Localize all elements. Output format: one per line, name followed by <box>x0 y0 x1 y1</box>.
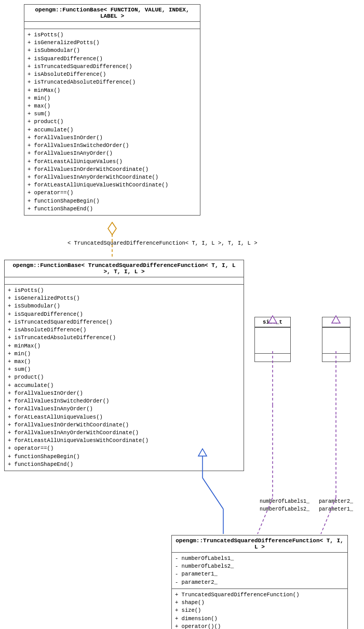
t-label: T <box>322 317 350 327</box>
attr-item: - parameter2_ <box>175 579 344 586</box>
method-item: + max() <box>28 102 197 110</box>
inheritance-label-1: < TruncatedSquaredDifferenceFunction< T,… <box>68 240 257 246</box>
function-base-tsdf-empty <box>5 277 244 285</box>
method-item: + size() <box>175 607 344 614</box>
method-item: + functionShapeEnd() <box>28 205 197 213</box>
method-item: + isAbsoluteDifference() <box>28 71 197 78</box>
label-parameter2: parameter2_ <box>319 498 353 505</box>
method-item: + sum() <box>28 110 197 118</box>
method-item: + forAtLeastAllUniqueValuesWithCoordinat… <box>28 181 197 189</box>
label-numberOfLabels1: numberOfLabels1_ <box>260 498 309 505</box>
method-item: + operator()() <box>175 623 344 629</box>
method-item: + isTruncatedSquaredDifference() <box>8 318 240 326</box>
method-item: + forAtLeastAllUniqueValues() <box>28 158 197 166</box>
method-item: + functionShapeEnd() <box>8 461 240 469</box>
size-t-label: size_t <box>255 317 290 327</box>
method-item: + forAtLeastAllUniqueValues() <box>8 413 240 421</box>
tsdf-attrs: - numberOfLabels1_ - numberOfLabels2_ - … <box>172 553 347 589</box>
attr-item: - parameter1_ <box>175 570 344 578</box>
method-item: + isTruncatedAbsoluteDifference() <box>8 334 240 342</box>
method-item: + min() <box>28 95 197 102</box>
method-item: + forAllValuesInOrderWithCoordinate() <box>8 421 240 429</box>
number-of-labels-label: numberOfLabels1_ numberOfLabels2_ <box>260 498 309 513</box>
tsdf-title: opengm::TruncatedSquaredDifferenceFuncti… <box>172 536 347 553</box>
method-item: + functionShapeBegin() <box>28 197 197 205</box>
size-t-box: size_t <box>254 317 291 362</box>
function-base-methods: + isPotts() + isGeneralizedPotts() + isS… <box>24 29 200 215</box>
method-item: + accumulate() <box>8 382 240 390</box>
method-item: + forAllValuesInOrder() <box>28 134 197 142</box>
method-item: + forAllValuesInOrder() <box>8 390 240 397</box>
method-item: + dimension() <box>175 615 344 623</box>
svg-marker-2 <box>108 222 116 235</box>
method-item: + forAllValuesInSwitchedOrder() <box>8 397 240 405</box>
method-item: + operator==() <box>28 189 197 197</box>
method-item: + forAllValuesInSwitchedOrder() <box>28 142 197 150</box>
method-item: + product() <box>8 373 240 381</box>
function-base-tsdf-title: opengm::FunctionBase< TruncatedSquaredDi… <box>5 260 244 277</box>
method-item: + min() <box>8 350 240 358</box>
method-item: + forAtLeastAllUniqueValuesWithCoordinat… <box>8 437 240 445</box>
method-item: + isTruncatedSquaredDifference() <box>28 63 197 71</box>
method-item: + isSubmodular() <box>8 302 240 310</box>
method-item: + shape() <box>175 599 344 607</box>
diagram-container: opengm::FunctionBase< FUNCTION, VALUE, I… <box>0 0 364 629</box>
tsdf-box: opengm::TruncatedSquaredDifferenceFuncti… <box>171 535 348 629</box>
method-item: + forAllValuesInAnyOrder() <box>8 405 240 413</box>
size-t-body <box>255 327 290 353</box>
label-numberOfLabels2: numberOfLabels2_ <box>260 505 309 513</box>
function-base-tsdf-box: opengm::FunctionBase< TruncatedSquaredDi… <box>4 260 244 471</box>
tsdf-methods: + TruncatedSquaredDifferenceFunction() +… <box>172 589 347 629</box>
parameter-label: parameter2_ parameter1_ <box>319 498 353 513</box>
function-base-tsdf-methods: + isPotts() + isGeneralizedPotts() + isS… <box>5 285 244 471</box>
function-base-title: opengm::FunctionBase< FUNCTION, VALUE, I… <box>24 5 200 22</box>
method-item: + product() <box>28 118 197 126</box>
method-item: + isPotts() <box>8 287 240 295</box>
method-item: + isGeneralizedPotts() <box>28 39 197 47</box>
t-body <box>322 327 350 353</box>
t-box: T <box>322 317 350 362</box>
method-item: + functionShapeBegin() <box>8 453 240 461</box>
method-item: + accumulate() <box>28 126 197 134</box>
method-item: + isSubmodular() <box>28 47 197 55</box>
method-item: + isSquaredDifference() <box>28 55 197 63</box>
method-item: + isAbsoluteDifference() <box>8 326 240 334</box>
method-item: + minMax() <box>8 342 240 350</box>
method-item: + TruncatedSquaredDifferenceFunction() <box>175 591 344 599</box>
attr-item: - numberOfLabels2_ <box>175 563 344 570</box>
attr-item: - numberOfLabels1_ <box>175 555 344 563</box>
method-item: + forAllValuesInOrderWithCoordinate() <box>28 166 197 173</box>
method-item: + operator==() <box>8 445 240 452</box>
method-item: + isTruncatedAbsoluteDifference() <box>28 78 197 86</box>
method-item: + minMax() <box>28 87 197 95</box>
method-item: + forAllValuesInAnyOrderWithCoordinate() <box>8 429 240 437</box>
svg-line-4 <box>203 478 223 509</box>
label-parameter1: parameter1_ <box>319 505 353 513</box>
method-item: + forAllValuesInAnyOrder() <box>28 150 197 157</box>
method-item: + isPotts() <box>28 31 197 39</box>
method-item: + forAllValuesInAnyOrderWithCoordinate() <box>28 173 197 181</box>
method-item: + isSquaredDifference() <box>8 311 240 318</box>
method-item: + isGeneralizedPotts() <box>8 295 240 302</box>
method-item: + max() <box>8 358 240 366</box>
method-item: + sum() <box>8 366 240 373</box>
function-base-empty <box>24 22 200 29</box>
function-base-box: opengm::FunctionBase< FUNCTION, VALUE, I… <box>24 4 200 216</box>
